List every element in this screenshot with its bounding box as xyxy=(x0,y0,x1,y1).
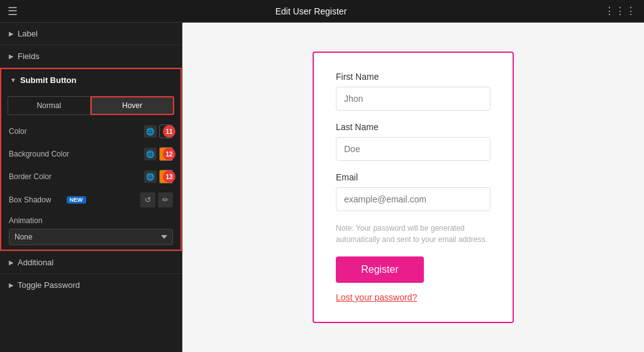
bg-color-globe-icon[interactable]: 🌐 xyxy=(144,148,157,160)
bg-color-badge: 12 xyxy=(163,148,175,160)
box-shadow-label: Box Shadow xyxy=(9,195,64,204)
sidebar: ▶ Label ▶ Fields ▼ Submit Button Normal … xyxy=(0,23,182,352)
main-layout: ▶ Label ▶ Fields ▼ Submit Button Normal … xyxy=(0,23,644,352)
additional-arrow: ▶ xyxy=(9,259,14,266)
form-note: Note: Your password will be generated au… xyxy=(336,223,491,245)
topbar: ☰ Edit User Register ⋮⋮⋮ xyxy=(0,0,644,23)
sidebar-item-toggle-password[interactable]: ▶ Toggle Password xyxy=(0,274,182,296)
tab-row: Normal Hover xyxy=(1,91,180,120)
label-section-title: Label xyxy=(18,29,38,38)
form-card: First Name Last Name Email Note: Your pa… xyxy=(313,52,514,323)
sidebar-item-fields[interactable]: ▶ Fields xyxy=(0,45,182,67)
email-input[interactable] xyxy=(336,187,491,211)
border-color-badge: 13 xyxy=(163,170,175,183)
first-name-input[interactable] xyxy=(336,87,491,111)
border-color-control-row: Border Color 🌐 13 xyxy=(1,165,180,188)
color-control-row: Color 🌐 11 xyxy=(1,120,180,143)
new-badge: NEW xyxy=(67,196,86,204)
box-shadow-edit-btn[interactable]: ✏ xyxy=(158,192,173,207)
animation-row: Animation None Fade Slide Bounce xyxy=(1,212,180,250)
sidebar-section-additional: ▶ Additional xyxy=(0,251,182,273)
fields-arrow: ▶ xyxy=(9,53,14,60)
bg-color-control-row: Background Color 🌐 12 xyxy=(1,143,180,165)
sidebar-item-label[interactable]: ▶ Label xyxy=(0,23,182,45)
email-label: Email xyxy=(336,172,491,182)
sidebar-item-additional[interactable]: ▶ Additional xyxy=(0,251,182,273)
color-globe-icon[interactable]: 🌐 xyxy=(144,125,157,138)
content-area: First Name Last Name Email Note: Your pa… xyxy=(182,23,644,352)
first-name-label: First Name xyxy=(336,72,491,82)
last-name-label: Last Name xyxy=(336,122,491,132)
animation-select[interactable]: None Fade Slide Bounce xyxy=(9,229,173,245)
submit-arrow: ▼ xyxy=(10,77,16,84)
bg-color-label: Background Color xyxy=(9,150,144,158)
additional-title: Additional xyxy=(18,258,53,267)
grid-icon[interactable]: ⋮⋮⋮ xyxy=(604,5,636,17)
animation-label: Animation xyxy=(9,216,173,225)
lost-password-link[interactable]: Lost your password? xyxy=(336,292,417,302)
tab-normal[interactable]: Normal xyxy=(8,96,91,115)
box-shadow-reset-btn[interactable]: ↺ xyxy=(140,192,155,207)
color-label: Color xyxy=(9,127,144,136)
menu-icon[interactable]: ☰ xyxy=(8,4,18,18)
box-shadow-row: Box Shadow NEW ↺ ✏ xyxy=(1,188,180,212)
tab-hover[interactable]: Hover xyxy=(91,96,175,115)
toggle-password-title: Toggle Password xyxy=(18,280,80,290)
color-badge: 11 xyxy=(163,125,175,138)
submit-section-title: Submit Button xyxy=(20,75,77,85)
sidebar-section-toggle-password: ▶ Toggle Password xyxy=(0,273,182,296)
toggle-password-arrow: ▶ xyxy=(9,282,14,289)
sidebar-section-label: ▶ Label xyxy=(0,23,182,45)
border-color-globe-icon[interactable]: 🌐 xyxy=(144,170,157,183)
sidebar-item-submit[interactable]: ▼ Submit Button xyxy=(1,69,180,91)
border-color-label: Border Color xyxy=(9,172,144,181)
register-button[interactable]: Register xyxy=(336,256,424,283)
fields-section-title: Fields xyxy=(18,52,40,61)
topbar-title: Edit User Register xyxy=(275,6,347,16)
last-name-input[interactable] xyxy=(336,137,491,161)
sidebar-section-fields: ▶ Fields xyxy=(0,45,182,68)
sidebar-section-submit: ▼ Submit Button Normal Hover Color 🌐 11 … xyxy=(0,68,182,251)
label-arrow: ▶ xyxy=(9,30,14,37)
